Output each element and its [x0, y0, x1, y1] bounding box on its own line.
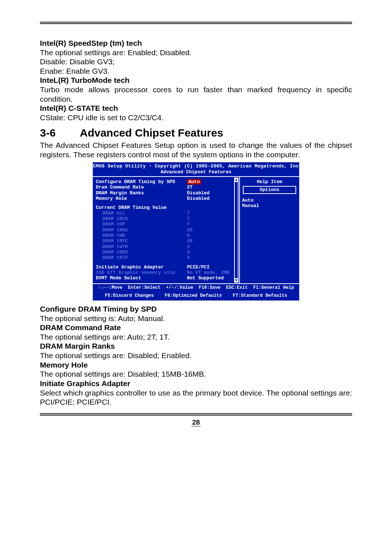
bios-title-line1: CMOS Setup Utility - Copyright (C) 1985-…	[93, 162, 299, 169]
bios-row-config-dram[interactable]: Configure DRAM Timing by SPD Auto	[96, 179, 238, 185]
heading-cfg-dram: Configure DRAM Timing by SPD	[40, 304, 352, 314]
bios-row-trcd: DRAM tRCD7	[96, 216, 238, 222]
bios-row-trtp: DRAM tRTP4	[96, 255, 238, 260]
bios-options-box: Options	[243, 186, 296, 194]
bios-footer-line2: F5:Discard Changes F6:Optimized Defaults…	[93, 292, 299, 300]
bios-row-initiate-graphic[interactable]: Initiate Graphic AdapterPCIE/PCI	[96, 264, 238, 270]
bios-row-tras: DRAM tRAS20	[96, 227, 238, 233]
bios-row-trrd: DRAM tRRD4	[96, 250, 238, 255]
heading-turbomode: InteL(R) TurboMode tech	[40, 76, 352, 85]
bios-footer-line1: ↑↓←→:Move Enter:Select +/-/:Value F10:Sa…	[93, 284, 299, 292]
heading-initiate-graphics: Initiate Graphics Adapter	[40, 379, 352, 388]
heading-cstate: Intel(R) C-STATE tech	[40, 104, 352, 113]
section-title: Advanced Chipset Features	[80, 127, 223, 139]
scroll-down-arrow-icon[interactable]: ▼	[234, 278, 238, 283]
bios-label: Configure DRAM Timing by SPD	[96, 179, 187, 185]
bios-value: Disabled	[187, 196, 238, 201]
bios-row-tcl: DRAM tCL7	[96, 211, 238, 216]
bios-help-option-auto: Auto	[242, 198, 297, 203]
page-frame: Intel(R) SpeedStep (tm) tech The optiona…	[40, 22, 352, 416]
page-number: 28	[0, 418, 392, 426]
bios-value-selected: Auto	[187, 179, 201, 185]
content-body: Intel(R) SpeedStep (tm) tech The optiona…	[40, 39, 352, 407]
heading-speedstep: Intel(R) SpeedStep (tm) tech	[40, 39, 352, 48]
text-turbomode: Turbo mode allows processor cores to run…	[40, 85, 352, 104]
bios-row-margin-ranks[interactable]: DRAM Margin Ranks Disabled	[96, 190, 238, 196]
text-memory-hole: The optional settings are: Disabled; 15M…	[40, 369, 352, 379]
heading-memory-hole: Memory Hole	[40, 360, 352, 370]
section-number: 3-6	[40, 126, 80, 140]
text-margin-ranks: The optional settings are: Disabled; Ena…	[40, 351, 352, 360]
text-initiate-graphics: Select which graphics controller to use …	[40, 388, 352, 407]
section-heading: 3-6Advanced Chipset Features	[40, 126, 352, 140]
bios-help-option-manual: Manual	[242, 203, 297, 208]
bios-group-header: Current DRAM Timing Value	[96, 205, 238, 210]
bios-value: 2T	[187, 185, 238, 190]
bios-label: Memory Hole	[96, 196, 187, 201]
bios-label: Dram Command Rate	[96, 185, 187, 190]
bios-row-memory-hole[interactable]: Memory Hole Disabled	[96, 196, 238, 201]
text-speedstep-2: Disable: Disable GV3;	[40, 57, 352, 66]
bios-row-cmd-rate[interactable]: Dram Command Rate 2T	[96, 185, 238, 190]
bios-row-igd-gtt: IGD GTT Graphic smemory sizeNo VT mode, …	[96, 270, 238, 275]
bios-scrollbar[interactable]: ▲ ▼	[234, 178, 238, 283]
bios-row-twtr: DRAM tWTR4	[96, 244, 238, 250]
section-intro: The Advanced Chipset Features Setup opti…	[40, 141, 352, 159]
bios-row-trp: DRAM tRP7	[96, 222, 238, 227]
bios-help-title: Help Item	[242, 179, 297, 185]
text-speedstep-1: The optional settings are: Enabled; Disa…	[40, 48, 352, 57]
bios-value: Disabled	[187, 190, 238, 196]
bios-left-pane: Configure DRAM Timing by SPD Auto Dram C…	[93, 177, 239, 283]
heading-cmd-rate: DRAM Command Rate	[40, 323, 352, 332]
bios-row-trfc: DRAM tRFC48	[96, 238, 238, 244]
bios-title-line2: Advanced Chipset Features	[93, 169, 299, 176]
bios-row-dvmt[interactable]: DVMT Mode SelectNot Supported	[96, 275, 238, 281]
text-cstate: CState: CPU idle is set to C2/C3/C4.	[40, 113, 352, 122]
text-cfg-dram: The optional setting is: Auto; Manual.	[40, 314, 352, 323]
text-speedstep-3: Enabe: Enable GV3.	[40, 66, 352, 76]
scroll-track[interactable]	[234, 182, 238, 278]
bios-screenshot: CMOS Setup Utility - Copyright (C) 1985-…	[93, 162, 299, 301]
scroll-up-arrow-icon[interactable]: ▲	[234, 178, 238, 182]
heading-margin-ranks: DRAM Margin Ranks	[40, 341, 352, 351]
bios-label: DRAM Margin Ranks	[96, 190, 187, 196]
text-cmd-rate: The optional settings are: Auto; 2T; 1T.	[40, 332, 352, 342]
bios-help-pane: Help Item Options Auto Manual	[239, 177, 299, 283]
bios-row-twr: DRAM tWR8	[96, 233, 238, 238]
bios-main: Configure DRAM Timing by SPD Auto Dram C…	[93, 176, 299, 284]
